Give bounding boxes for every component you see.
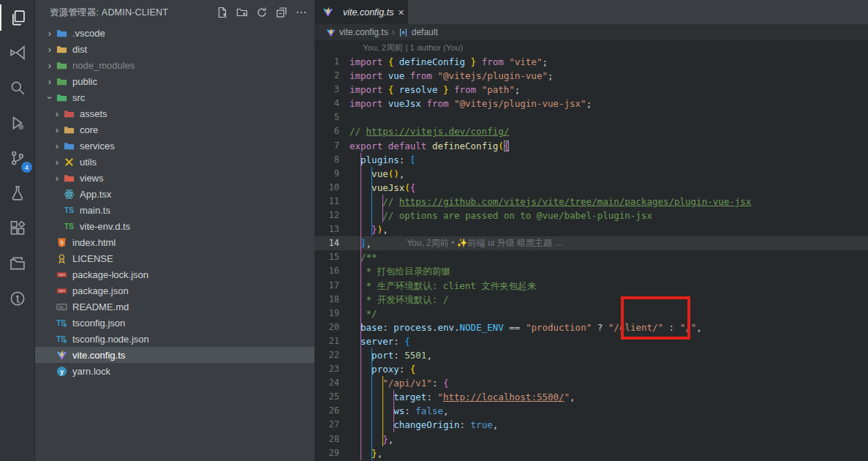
svg-text:npm: npm xyxy=(59,273,65,277)
code-line[interactable]: 29 }, xyxy=(314,446,868,460)
code-line[interactable]: 14 ],You, 2周前 • ✨前端 ui 升级 暗黑主题 … xyxy=(314,236,868,250)
code-line[interactable]: 2import vue from "@vitejs/plugin-vue"; xyxy=(314,69,868,83)
bracket-guide xyxy=(371,167,372,237)
tree-item-vite-env-d-ts[interactable]: TSvite-env.d.ts xyxy=(35,218,314,234)
tree-item-public[interactable]: ›public xyxy=(35,73,314,89)
tree-item-core[interactable]: ›core xyxy=(35,121,314,138)
code-line[interactable]: 10 vueJsx({ xyxy=(314,181,868,195)
activity-explorer-icon[interactable] xyxy=(0,0,35,35)
collapse-folders-icon[interactable] xyxy=(274,5,289,20)
code-line[interactable]: 13 }), xyxy=(314,222,868,236)
code-line[interactable]: 1import { defineConfig } from "vite"; xyxy=(314,55,868,69)
svg-text:TS: TS xyxy=(64,206,74,214)
line-number: 4 xyxy=(314,97,350,110)
tree-item-index-html[interactable]: 5index.html xyxy=(35,234,314,250)
code-line[interactable]: 4import vueJsx from "@vitejs/plugin-vue-… xyxy=(314,97,868,110)
breadcrumb-file[interactable]: vite.config.ts xyxy=(339,27,388,37)
tree-item-vite-config-ts[interactable]: vite.config.ts xyxy=(35,347,314,363)
tree-item-label: public xyxy=(72,76,97,87)
refresh-explorer-icon[interactable] xyxy=(254,5,269,20)
vscode-window: 4 资源管理器: ADMIN-CLIENT ›.vscode›dist›node… xyxy=(0,0,868,461)
code-line[interactable]: 3import { resolve } from "path"; xyxy=(314,83,868,97)
explorer-icon xyxy=(10,10,26,26)
activity-search-icon[interactable] xyxy=(0,70,35,105)
tree-item-node-modules[interactable]: ›node_modules xyxy=(35,57,314,73)
activity-run-debug-icon[interactable] xyxy=(0,105,35,140)
tree-item-services[interactable]: ›services xyxy=(35,138,314,154)
tree-item-tsconfig-node-json[interactable]: TStsconfig.node.json xyxy=(35,331,314,347)
code-line[interactable]: 23 proxy: { xyxy=(314,362,868,376)
code-line[interactable]: 11 // https://github.com/vitejs/vite/tre… xyxy=(314,195,868,209)
tree-item-main-ts[interactable]: TSmain.ts xyxy=(35,202,314,218)
folder-icon xyxy=(63,108,75,119)
tree-item-readme-md[interactable]: M↓README.md xyxy=(35,299,314,315)
line-number: 20 xyxy=(314,321,350,334)
code-line[interactable]: 6// https://vitejs.dev/config/ xyxy=(314,124,868,138)
tools-icon xyxy=(63,156,75,168)
tree-item-label: dist xyxy=(72,44,87,55)
tab-label: vite.config.ts xyxy=(343,7,393,18)
code-line[interactable]: 12 // options are passed on to @vue/babe… xyxy=(314,209,868,222)
tree-item-label: LICENSE xyxy=(72,253,113,264)
breadcrumb-symbol[interactable]: default xyxy=(412,27,438,37)
code-line[interactable]: 27 changeOrigin: true, xyxy=(314,418,868,432)
tree-item-utils[interactable]: ›utils xyxy=(35,154,314,170)
tree-item-label: App.tsx xyxy=(80,189,111,200)
new-file-icon[interactable] xyxy=(215,5,230,20)
bracket-guide xyxy=(393,390,394,432)
code-line[interactable]: 17 * 生产环境默认: client 文件夹包起来 xyxy=(314,279,868,293)
more-actions-icon[interactable] xyxy=(294,5,309,20)
tree-item-package-json[interactable]: npmpackage.json xyxy=(35,282,314,299)
code-line[interactable]: 28 }, xyxy=(314,432,868,446)
code-editor[interactable]: You, 2周前 | 1 author (You) 1import { defi… xyxy=(314,40,868,461)
code-line[interactable]: 7export default defineConfig({ xyxy=(314,139,868,153)
code-line[interactable]: 9 vue(), xyxy=(314,167,868,181)
code-line-text: proxy: { xyxy=(350,362,415,376)
activity-folder-library-icon[interactable] xyxy=(0,246,35,281)
tree-item-views[interactable]: ›views xyxy=(35,170,314,186)
tree-item-yarn-lock[interactable]: yyarn.lock xyxy=(35,363,314,379)
code-line[interactable]: 24 "/api/v1": { xyxy=(314,376,868,390)
chevron-icon: › xyxy=(44,44,56,55)
close-tab-icon[interactable]: × xyxy=(398,7,404,18)
chevron-icon: › xyxy=(51,124,63,135)
tree-item--vscode[interactable]: ›.vscode xyxy=(35,25,314,41)
activity-extensions-icon[interactable] xyxy=(0,211,35,246)
tree-item-dist[interactable]: ›dist xyxy=(35,41,314,57)
new-folder-icon[interactable] xyxy=(235,5,249,20)
code-line[interactable]: 25 target: "http://localhost:5500/", xyxy=(314,390,868,404)
codelens-annotation[interactable]: You, 2周前 | 1 author (You) xyxy=(314,40,868,55)
code-line[interactable]: 26 ws: false, xyxy=(314,404,868,418)
tree-item-label: tsconfig.json xyxy=(72,318,125,329)
code-line[interactable]: 18 * 开发环境默认: / xyxy=(314,293,868,307)
code-line[interactable]: 21 server: { xyxy=(314,334,868,348)
tree-item-package-lock-json[interactable]: npmpackage-lock.json xyxy=(35,266,314,282)
source-control-badge: 4 xyxy=(21,162,32,173)
svg-text:5: 5 xyxy=(61,239,64,244)
code-line[interactable]: 5 xyxy=(314,110,868,124)
code-line-text: server: { xyxy=(350,334,410,348)
code-line[interactable]: 22 port: 5501, xyxy=(314,348,868,362)
vite-icon xyxy=(322,7,334,18)
tree-item-assets[interactable]: ›assets xyxy=(35,105,314,121)
code-line[interactable]: 20 base: process.env.NODE_ENV == "produc… xyxy=(314,321,868,334)
activity-source-control-icon[interactable]: 4 xyxy=(0,140,35,176)
testing-icon xyxy=(10,185,26,201)
code-line[interactable]: 15 /** xyxy=(314,250,868,264)
tree-item-src[interactable]: ›src xyxy=(35,89,314,105)
tree-item-tsconfig-json[interactable]: TStsconfig.json xyxy=(35,315,314,331)
tab-vite-config[interactable]: vite.config.ts × xyxy=(314,0,408,24)
code-line[interactable]: 16 * 打包给目录的前缀 xyxy=(314,264,868,278)
activity-history-icon[interactable] xyxy=(0,281,35,316)
code-line[interactable]: 19 */ xyxy=(314,307,868,321)
tree-item-label: services xyxy=(80,140,115,151)
activity-testing-icon[interactable] xyxy=(0,176,35,211)
tree-item-license[interactable]: LICENSE xyxy=(35,250,314,266)
tree-item-label: package.json xyxy=(72,285,129,296)
line-number: 23 xyxy=(314,362,350,376)
tree-item-app-tsx[interactable]: App.tsx xyxy=(35,186,314,202)
yarn-icon: y xyxy=(56,365,68,377)
code-line[interactable]: 8 plugins: [ xyxy=(314,153,868,167)
activity-vs-logo-icon[interactable] xyxy=(0,35,35,70)
folder-icon xyxy=(56,59,68,71)
